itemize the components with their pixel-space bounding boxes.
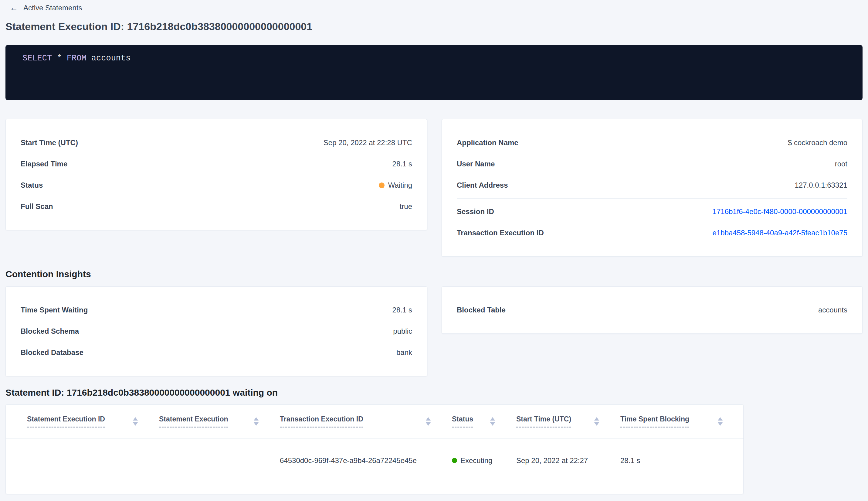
statement-execution-id-column-label[interactable]: Statement Execution ID [27, 415, 105, 427]
row-time-spent-waiting: Time Spent Waiting 28.1 s [21, 299, 412, 321]
time-spent-blocking-column-label[interactable]: Time Spent Blocking [620, 415, 689, 427]
row-application-name: Application Name $ cockroach demo [457, 132, 847, 153]
table-row: 64530d0c-969f-437e-a9b4-26a72245e45e Exe… [6, 438, 744, 483]
row-blocked-database: Blocked Database bank [21, 342, 412, 363]
contention-waiting-card: Time Spent Waiting 28.1 s Blocked Schema… [6, 286, 427, 376]
blocked-schema-label: Blocked Schema [21, 327, 79, 335]
col-header-statement-execution: Statement Execution [159, 405, 280, 438]
sql-statement-text: SELECT * FROM accounts [22, 54, 130, 63]
row-transaction-execution-id: Transaction Execution ID e1bba458-5948-4… [457, 222, 847, 244]
row-user-name: User Name root [457, 153, 847, 174]
sort-icon[interactable] [490, 417, 495, 426]
col-header-time-spent-blocking: Time Spent Blocking [620, 405, 744, 438]
sql-star: * [57, 54, 62, 63]
status-label: Status [21, 181, 43, 190]
start-time-column-label[interactable]: Start Time (UTC) [516, 415, 571, 427]
col-header-start-time: Start Time (UTC) [516, 405, 620, 438]
full-scan-value: true [400, 202, 412, 211]
sql-statement-box: SELECT * FROM accounts [6, 45, 862, 100]
elapsed-time-label: Elapsed Time [21, 160, 67, 168]
sql-keyword-select: SELECT [22, 54, 52, 63]
back-link-label: Active Statements [23, 4, 82, 12]
status-value: Waiting [379, 181, 412, 190]
cell-start-time: Sep 20, 2022 at 22:27 [516, 438, 620, 483]
time-spent-waiting-label: Time Spent Waiting [21, 306, 88, 314]
cell-statement-execution-id [6, 438, 159, 483]
col-header-status: Status [452, 405, 516, 438]
row-client-address: Client Address 127.0.0.1:63321 [457, 174, 847, 196]
back-arrow-icon: ← [10, 4, 18, 12]
row-blocked-table: Blocked Table accounts [457, 299, 847, 321]
application-name-value: $ cockroach demo [788, 138, 847, 147]
row-status: Status Waiting [21, 174, 412, 196]
statement-execution-column-label[interactable]: Statement Execution [159, 415, 228, 427]
breadcrumb: ← Active Statements [6, 0, 862, 12]
blocked-database-value: bank [397, 348, 412, 357]
col-header-transaction-execution-id: Transaction Execution ID [280, 405, 452, 438]
sort-icon[interactable] [133, 417, 138, 426]
full-scan-label: Full Scan [21, 202, 53, 211]
overview-card: Start Time (UTC) Sep 20, 2022 at 22:28 U… [6, 119, 427, 230]
blocked-schema-value: public [393, 327, 412, 335]
executing-status-text: Executing [460, 456, 492, 465]
cell-transaction-execution-id: 64530d0c-969f-437e-a9b4-26a72245e45e [280, 438, 452, 483]
row-start-time: Start Time (UTC) Sep 20, 2022 at 22:28 U… [21, 132, 412, 153]
row-full-scan: Full Scan true [21, 196, 412, 217]
sort-icon[interactable] [426, 417, 431, 426]
status-column-label[interactable]: Status [452, 415, 473, 427]
waiting-on-heading: Statement ID: 1716b218dc0b38380000000000… [6, 387, 862, 398]
elapsed-time-value: 28.1 s [392, 160, 412, 168]
transaction-execution-id-column-label[interactable]: Transaction Execution ID [280, 415, 363, 427]
sort-icon[interactable] [718, 417, 723, 426]
sort-icon[interactable] [594, 417, 599, 426]
blocked-database-label: Blocked Database [21, 348, 84, 357]
sort-icon[interactable] [254, 417, 259, 426]
table-header-row: Statement Execution ID Statement Executi… [6, 405, 744, 438]
cell-time-spent-blocking: 28.1 s [620, 438, 744, 483]
client-address-value: 127.0.0.1:63321 [795, 181, 848, 190]
row-elapsed-time: Elapsed Time 28.1 s [21, 153, 412, 174]
col-header-statement-execution-id: Statement Execution ID [6, 405, 159, 438]
back-to-active-statements-link[interactable]: ← Active Statements [10, 4, 82, 12]
time-spent-waiting-value: 28.1 s [392, 306, 412, 314]
session-card: Application Name $ cockroach demo User N… [442, 119, 862, 257]
status-text: Waiting [388, 181, 412, 190]
transaction-execution-id-link[interactable]: e1bba458-5948-40a9-a42f-5feac1b10e75 [713, 228, 847, 237]
client-address-label: Client Address [457, 181, 508, 190]
session-id-label: Session ID [457, 207, 494, 216]
row-blocked-schema: Blocked Schema public [21, 321, 412, 342]
user-name-value: root [835, 160, 847, 168]
waiting-statements-table-card: Statement Execution ID Statement Executi… [6, 404, 744, 494]
waiting-statements-table: Statement Execution ID Statement Executi… [6, 405, 744, 483]
contention-cards-row: Time Spent Waiting 28.1 s Blocked Schema… [6, 286, 862, 376]
waiting-status-dot-icon [379, 182, 384, 188]
statement-details-page: ← Active Statements Statement Execution … [0, 0, 868, 494]
blocked-table-label: Blocked Table [457, 306, 506, 314]
start-time-value: Sep 20, 2022 at 22:28 UTC [324, 138, 412, 147]
executing-status-dot-icon [452, 458, 457, 463]
row-session-id: Session ID 1716b1f6-4e0c-f480-0000-00000… [457, 201, 847, 222]
start-time-label: Start Time (UTC) [21, 138, 78, 147]
blocked-table-value: accounts [818, 306, 847, 314]
summary-cards-row: Start Time (UTC) Sep 20, 2022 at 22:28 U… [6, 119, 862, 257]
sql-table-name: accounts [91, 54, 131, 63]
application-name-label: Application Name [457, 138, 518, 147]
page-title: Statement Execution ID: 1716b218dc0b3838… [6, 20, 862, 33]
cell-status: Executing [452, 438, 516, 483]
sql-keyword-from: FROM [67, 54, 87, 63]
cell-statement-execution [159, 438, 280, 483]
transaction-execution-id-label: Transaction Execution ID [457, 228, 544, 237]
contention-insights-heading: Contention Insights [6, 269, 862, 280]
user-name-label: User Name [457, 160, 495, 168]
session-id-link[interactable]: 1716b1f6-4e0c-f480-0000-000000000001 [713, 207, 847, 216]
contention-blocked-table-card: Blocked Table accounts [442, 286, 862, 334]
session-card-divider [457, 198, 847, 199]
